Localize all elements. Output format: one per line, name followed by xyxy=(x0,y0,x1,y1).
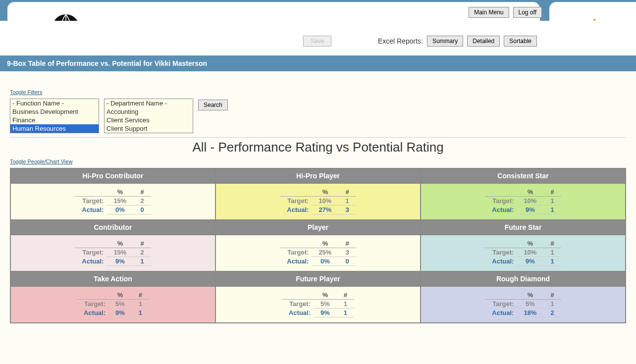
actual-pct: 0% xyxy=(312,257,338,266)
actual-n: 1 xyxy=(132,309,149,317)
excel-summary-button[interactable]: Summary xyxy=(427,36,463,47)
select-option[interactable]: Finance xyxy=(10,116,99,124)
box-body: %#Target:25%3Actual:0%0 xyxy=(215,235,421,271)
actual-n: 1 xyxy=(337,309,354,317)
col-pct: % xyxy=(517,291,543,300)
target-pct: 10% xyxy=(517,248,543,257)
row-target-label: Target: xyxy=(77,300,108,309)
actual-n: 2 xyxy=(543,309,561,317)
function-name-select[interactable]: - Function Name -Business DevelopmentFin… xyxy=(10,99,99,133)
box-header: Hi-Pro Contributor xyxy=(10,168,215,183)
log-off-button[interactable]: Log off xyxy=(513,7,542,18)
select-option[interactable]: - Department Name - xyxy=(105,99,193,107)
row-actual-label: Actual: xyxy=(75,257,106,266)
target-pct: 5% xyxy=(314,300,337,309)
col-num: # xyxy=(543,239,561,248)
box-body: %#Target:10%1Actual:27%3 xyxy=(215,183,421,220)
col-num: # xyxy=(133,188,151,197)
toggle-filters-link[interactable]: Toggle Filters xyxy=(10,89,42,95)
col-num: # xyxy=(338,239,356,248)
excel-reports-label: Excel Reports: xyxy=(378,37,423,45)
box-body: %#Target:15%2Actual:9%1 xyxy=(10,235,215,271)
col-pct: % xyxy=(517,188,543,197)
box-body: %#Target:5%1Actual:9%1 xyxy=(215,286,421,323)
box-header: Future Player xyxy=(215,271,421,286)
chart-title: All - Performance Rating vs Potential Ra… xyxy=(10,140,626,155)
department-name-select[interactable]: - Department Name -AccountingClient Serv… xyxy=(104,99,193,133)
search-button[interactable]: Search xyxy=(198,100,228,110)
row-target-label: Target: xyxy=(485,300,517,309)
actual-pct: 0% xyxy=(106,206,133,214)
page-title: 9-Box Table of Performance vs. Potential… xyxy=(0,55,636,71)
row-target-label: Target: xyxy=(485,197,517,206)
row-actual-label: Actual: xyxy=(485,309,517,317)
main-menu-button[interactable]: Main Menu xyxy=(469,7,509,18)
box-header: Future Star xyxy=(421,220,626,235)
target-n: 2 xyxy=(133,197,151,206)
box-header: Take Action xyxy=(10,271,215,286)
col-pct: % xyxy=(106,239,133,248)
row-target-label: Target: xyxy=(282,300,314,309)
box-header: Hi-Pro Player xyxy=(215,168,421,183)
col-num: # xyxy=(543,291,561,300)
target-pct: 5% xyxy=(108,300,132,309)
row-target-label: Target: xyxy=(75,197,106,206)
select-option[interactable]: Client Support xyxy=(105,124,193,133)
target-pct: 25% xyxy=(312,248,338,257)
target-n: 1 xyxy=(543,248,561,257)
excel-sortable-button[interactable]: Sortable xyxy=(504,36,537,47)
actual-pct: 9% xyxy=(108,309,132,317)
target-pct: 15% xyxy=(106,197,133,206)
col-pct: % xyxy=(312,188,338,197)
nine-box-grid: Hi-Pro ContributorHi-Pro PlayerConsisten… xyxy=(10,168,626,323)
actual-pct: 18% xyxy=(517,309,543,317)
target-n: 1 xyxy=(337,300,354,309)
actual-pct: 27% xyxy=(312,206,338,214)
target-n: 3 xyxy=(338,248,356,257)
toggle-people-chart-link[interactable]: Toggle People/Chart View xyxy=(10,158,72,164)
col-pct: % xyxy=(106,188,133,197)
actual-pct: 9% xyxy=(517,257,543,266)
row-target-label: Target: xyxy=(280,197,312,206)
col-pct: % xyxy=(108,291,132,300)
actual-n: 3 xyxy=(338,206,356,214)
col-pct: % xyxy=(312,239,338,248)
col-num: # xyxy=(338,188,356,197)
save-button[interactable]: Save xyxy=(303,36,331,47)
actual-n: 1 xyxy=(543,206,561,214)
actual-n: 0 xyxy=(133,206,151,214)
col-num: # xyxy=(133,239,151,248)
target-n: 2 xyxy=(133,248,151,257)
row-target-label: Target: xyxy=(280,248,312,257)
actual-pct: 9% xyxy=(106,257,133,266)
row-actual-label: Actual: xyxy=(485,257,517,266)
col-pct: % xyxy=(517,239,543,248)
col-num: # xyxy=(543,188,561,197)
target-n: 1 xyxy=(132,300,149,309)
col-num: # xyxy=(337,291,354,300)
row-target-label: Target: xyxy=(75,248,106,257)
row-actual-label: Actual: xyxy=(282,309,314,317)
row-actual-label: Actual: xyxy=(485,206,517,214)
target-n: 1 xyxy=(543,300,561,309)
target-pct: 5% xyxy=(517,300,543,309)
box-body: %#Target:5%1Actual:18%2 xyxy=(421,286,626,323)
select-option[interactable]: - Function Name - xyxy=(10,99,99,107)
box-body: %#Target:15%2Actual:0%0 xyxy=(10,183,215,220)
target-n: 1 xyxy=(543,197,561,206)
box-body: %#Target:5%1Actual:9%1 xyxy=(10,286,215,323)
target-n: 1 xyxy=(338,197,356,206)
row-actual-label: Actual: xyxy=(75,206,106,214)
row-actual-label: Actual: xyxy=(280,206,312,214)
select-option[interactable]: Accounting xyxy=(105,107,193,116)
select-option[interactable]: Client Services xyxy=(105,116,193,124)
select-option[interactable]: Human Resources xyxy=(10,124,99,133)
row-target-label: Target: xyxy=(485,248,517,257)
select-option[interactable]: Business Development xyxy=(10,107,99,116)
box-body: %#Target:10%1Actual:9%1 xyxy=(421,235,626,271)
actual-n: 1 xyxy=(133,257,151,266)
col-num: # xyxy=(132,291,149,300)
actual-pct: 9% xyxy=(517,206,543,214)
excel-detailed-button[interactable]: Detailed xyxy=(467,36,500,47)
target-pct: 10% xyxy=(517,197,543,206)
